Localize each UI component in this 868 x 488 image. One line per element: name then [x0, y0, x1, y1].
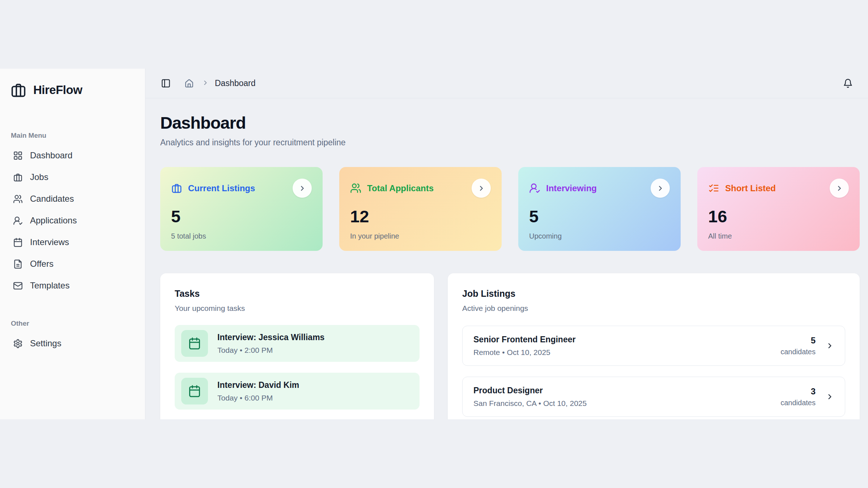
brand: HireFlow: [9, 82, 136, 98]
job-count-label: candidates: [780, 348, 816, 356]
task-item[interactable]: Interview: Jessica Williams Today • 2:00…: [175, 325, 420, 362]
stat-caption: 5 total jobs: [171, 232, 312, 240]
job-candidate-count: 3 candidates: [780, 386, 816, 407]
stat-card-total-applicants[interactable]: Total Applicants 12 In your pipeline: [339, 167, 502, 251]
stat-value: 5: [171, 206, 312, 226]
job-count-number: 3: [780, 386, 816, 397]
chevron-right-icon: [298, 184, 306, 192]
tasks-title: Tasks: [175, 288, 420, 299]
stat-caption: In your pipeline: [350, 232, 491, 240]
stat-label: Interviewing: [546, 183, 597, 193]
sidebar-section-label-main-menu: Main Menu: [11, 132, 136, 140]
sidebar-toggle-button[interactable]: [161, 78, 171, 88]
job-row-chevron: [826, 342, 834, 350]
brand-name: HireFlow: [33, 83, 82, 97]
calendar-icon: [13, 237, 23, 247]
sidebar-item-settings[interactable]: Settings: [9, 333, 136, 354]
stat-card-current-listings[interactable]: Current Listings 5 5 total jobs: [160, 167, 323, 251]
job-listing-row[interactable]: Product Designer San Francisco, CA • Oct…: [462, 377, 845, 417]
main-area: Dashboard Dashboard Analytics and insigh…: [145, 69, 868, 419]
chevron-right-icon: [835, 184, 843, 192]
sidebar-nav: Dashboard Jobs Candidates Applications I…: [9, 145, 136, 296]
stat-card-interviewing[interactable]: Interviewing 5 Upcoming: [518, 167, 681, 251]
bottom-cards-row: Tasks Your upcoming tasks Interview: Jes…: [160, 273, 860, 419]
sidebar-item-dashboard[interactable]: Dashboard: [9, 145, 136, 166]
job-listings-subtitle: Active job openings: [462, 304, 845, 313]
job-listing-row[interactable]: Senior Frontend Engineer Remote • Oct 10…: [462, 326, 845, 366]
topbar: Dashboard: [145, 69, 868, 98]
job-count-label: candidates: [780, 399, 816, 407]
stat-label: Short Listed: [725, 183, 776, 193]
job-meta: San Francisco, CA • Oct 10, 2025: [473, 399, 587, 408]
users-icon: [13, 194, 23, 204]
job-row-chevron: [826, 393, 834, 401]
stat-value: 12: [350, 206, 491, 226]
tasks-card: Tasks Your upcoming tasks Interview: Jes…: [160, 273, 434, 419]
task-item[interactable]: Interview: David Kim Today • 6:00 PM: [175, 373, 420, 410]
calendar-icon: [188, 337, 201, 350]
dashboard-icon: [13, 151, 23, 160]
page-subtitle: Analytics and insights for your recruitm…: [160, 138, 860, 147]
task-icon-tile: [181, 330, 208, 357]
sidebar-item-label: Offers: [30, 259, 54, 269]
user-check-icon: [529, 183, 540, 194]
chevron-right-icon: [656, 184, 664, 192]
sidebar-item-label: Interviews: [30, 237, 69, 247]
gear-icon: [13, 339, 23, 348]
sidebar-item-label: Applications: [30, 215, 77, 226]
notifications-button[interactable]: [843, 78, 853, 88]
sidebar-item-interviews[interactable]: Interviews: [9, 231, 136, 253]
sidebar-item-applications[interactable]: Applications: [9, 210, 136, 231]
sidebar-item-offers[interactable]: Offers: [9, 253, 136, 275]
task-icon-tile: [181, 378, 208, 404]
chevron-right-icon: [202, 79, 209, 86]
sidebar-item-templates[interactable]: Templates: [9, 275, 136, 296]
user-check-icon: [13, 216, 23, 226]
chevron-right-icon: [826, 342, 834, 350]
task-meta: Today • 2:00 PM: [217, 346, 324, 355]
tasks-subtitle: Your upcoming tasks: [175, 304, 420, 313]
task-title: Interview: David Kim: [217, 380, 299, 390]
job-title: Senior Frontend Engineer: [473, 335, 575, 344]
stat-caption: All time: [708, 232, 849, 240]
stat-arrow-button[interactable]: [472, 179, 491, 198]
sidebar-section-label-other: Other: [11, 320, 136, 328]
breadcrumb-current: Dashboard: [215, 78, 256, 88]
stat-arrow-button[interactable]: [651, 179, 670, 198]
breadcrumb-home-button[interactable]: [184, 79, 194, 88]
stat-card-short-listed[interactable]: Short Listed 16 All time: [697, 167, 860, 251]
page-title: Dashboard: [160, 113, 860, 133]
panel-left-icon: [161, 78, 171, 88]
sidebar-item-jobs[interactable]: Jobs: [9, 166, 136, 188]
stat-arrow-button[interactable]: [293, 179, 312, 198]
job-meta: Remote • Oct 10, 2025: [473, 348, 575, 357]
page-content: Dashboard Analytics and insights for you…: [145, 98, 868, 419]
chevron-right-icon: [826, 393, 834, 401]
chevron-right-icon: [477, 184, 485, 192]
sidebar-item-label: Dashboard: [30, 150, 72, 160]
briefcase-icon: [13, 172, 23, 182]
task-meta: Today • 6:00 PM: [217, 394, 299, 402]
briefcase-icon: [171, 183, 182, 194]
breadcrumb-separator: [202, 79, 209, 88]
stat-caption: Upcoming: [529, 232, 670, 240]
job-listings-card: Job Listings Active job openings Senior …: [448, 273, 860, 419]
job-listings-title: Job Listings: [462, 288, 845, 299]
list-checks-icon: [708, 183, 719, 194]
job-candidate-count: 5 candidates: [780, 335, 816, 356]
home-icon: [184, 79, 194, 88]
stat-label: Total Applicants: [367, 183, 434, 193]
app-window: HireFlow Main Menu Dashboard Jobs Candid…: [0, 69, 868, 419]
sidebar-item-candidates[interactable]: Candidates: [9, 188, 136, 210]
stat-label: Current Listings: [188, 183, 255, 193]
stat-value: 5: [529, 206, 670, 226]
stat-value: 16: [708, 206, 849, 226]
bell-icon: [843, 78, 853, 88]
sidebar-item-label: Settings: [30, 338, 61, 348]
task-title: Interview: Jessica Williams: [217, 333, 324, 342]
file-text-icon: [13, 259, 23, 269]
stat-cards-row: Current Listings 5 5 total jobs Total Ap…: [160, 167, 860, 251]
sidebar-item-label: Jobs: [30, 172, 48, 182]
briefcase-logo-icon: [10, 82, 27, 98]
stat-arrow-button[interactable]: [830, 179, 849, 198]
